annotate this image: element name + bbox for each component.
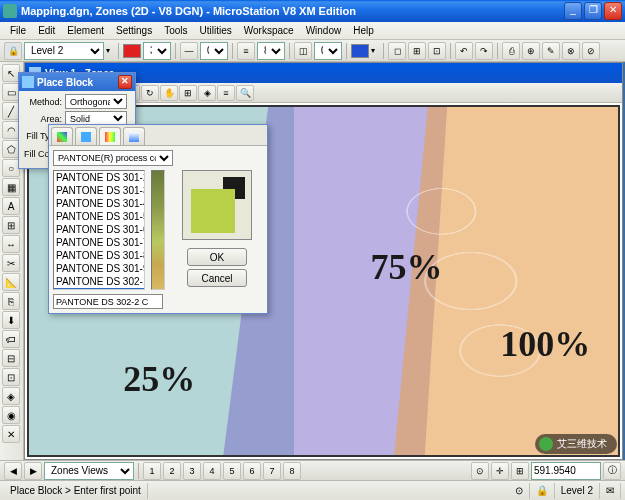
lock-button[interactable]: 🔒 bbox=[530, 483, 555, 499]
tool-icon[interactable]: ◈ bbox=[2, 387, 20, 405]
measure-icon[interactable]: 📐 bbox=[2, 273, 20, 291]
view-tool-icon[interactable]: 🔍 bbox=[236, 85, 254, 101]
view-num-button[interactable]: 4 bbox=[203, 462, 221, 480]
info-icon[interactable]: ⓘ bbox=[603, 462, 621, 480]
view-tool-icon[interactable]: ⊞ bbox=[179, 85, 197, 101]
color-swatch-b[interactable] bbox=[351, 44, 369, 58]
message-icon[interactable]: ✉ bbox=[600, 483, 621, 499]
tool-icon[interactable]: ⊗ bbox=[562, 42, 580, 60]
view-next-icon[interactable]: ▶ bbox=[24, 462, 42, 480]
cell-icon[interactable]: ⊞ bbox=[2, 216, 20, 234]
coord-readout[interactable] bbox=[531, 462, 601, 480]
transparency-icon[interactable]: ◫ bbox=[294, 42, 312, 60]
dialog-titlebar[interactable]: Place Block ✕ bbox=[19, 73, 135, 91]
color-list-item[interactable]: PANTONE DS 301-5 C bbox=[54, 210, 144, 223]
color-list-item[interactable]: PANTONE DS 301-4 C bbox=[54, 197, 144, 210]
num-select-1[interactable]: 3 bbox=[143, 42, 171, 60]
status-bar: Place Block > Enter first point ⊙ 🔒 Leve… bbox=[0, 480, 625, 500]
view-num-button[interactable]: 8 bbox=[283, 462, 301, 480]
view-prev-icon[interactable]: ◀ bbox=[4, 462, 22, 480]
color-list-item[interactable]: PANTONE DS 302-2 C bbox=[54, 288, 144, 290]
modify-icon[interactable]: ✂ bbox=[2, 254, 20, 272]
dialog-close-button[interactable]: ✕ bbox=[118, 75, 132, 89]
linestyle-icon[interactable]: — bbox=[180, 42, 198, 60]
close-button[interactable]: ✕ bbox=[604, 2, 622, 20]
color-preview bbox=[182, 170, 252, 240]
snap-icon[interactable]: ⊙ bbox=[471, 462, 489, 480]
color-list[interactable]: PANTONE DS 301-2 CPANTONE DS 301-3 CPANT… bbox=[53, 170, 145, 290]
color-tab-book[interactable] bbox=[99, 127, 121, 145]
tool-icon[interactable]: ✎ bbox=[542, 42, 560, 60]
menu-help[interactable]: Help bbox=[347, 23, 380, 38]
num-select-4[interactable]: 0 bbox=[314, 42, 342, 60]
color-list-item[interactable]: PANTONE DS 302-1 C bbox=[54, 275, 144, 288]
color-list-item[interactable]: PANTONE DS 301-9 C bbox=[54, 262, 144, 275]
drop-icon[interactable]: ⬇ bbox=[2, 311, 20, 329]
menu-workspace[interactable]: Workspace bbox=[238, 23, 300, 38]
menu-element[interactable]: Element bbox=[61, 23, 110, 38]
tool-icon[interactable]: ◉ bbox=[2, 406, 20, 424]
view-num-button[interactable]: 5 bbox=[223, 462, 241, 480]
ok-button[interactable]: OK bbox=[187, 248, 247, 266]
dimension-icon[interactable]: ↔ bbox=[2, 235, 20, 253]
method-select[interactable]: Orthogonal bbox=[65, 94, 127, 109]
snap-button[interactable]: ⊙ bbox=[509, 483, 530, 499]
view-tool-icon[interactable]: ◈ bbox=[198, 85, 216, 101]
color-list-item[interactable]: PANTONE DS 301-3 C bbox=[54, 184, 144, 197]
minimize-button[interactable]: _ bbox=[564, 2, 582, 20]
color-book-select[interactable]: PANTONE(R) process coated bbox=[53, 150, 173, 166]
gradient-column[interactable] bbox=[151, 170, 165, 290]
view-tool-icon[interactable]: ✋ bbox=[160, 85, 178, 101]
tool-icon[interactable]: ◻ bbox=[388, 42, 406, 60]
dropdown-icon[interactable]: ▾ bbox=[106, 46, 114, 55]
menu-file[interactable]: File bbox=[4, 23, 32, 38]
text-icon[interactable]: A bbox=[2, 197, 20, 215]
view-num-button[interactable]: 6 bbox=[243, 462, 261, 480]
view-num-button[interactable]: 3 bbox=[183, 462, 201, 480]
group-icon[interactable]: ⊟ bbox=[2, 349, 20, 367]
tool-icon[interactable]: ⊕ bbox=[522, 42, 540, 60]
num-select-3[interactable]: 8 bbox=[257, 42, 285, 60]
tool-icon[interactable]: ⊡ bbox=[428, 42, 446, 60]
copy-icon[interactable]: ⎘ bbox=[2, 292, 20, 310]
color-tab-indexed[interactable] bbox=[51, 127, 73, 145]
pattern-icon[interactable]: ▦ bbox=[2, 178, 20, 196]
grid-icon[interactable]: ⊞ bbox=[511, 462, 529, 480]
tool-icon[interactable]: ↶ bbox=[455, 42, 473, 60]
dropdown-icon[interactable]: ▾ bbox=[371, 46, 379, 55]
menu-window[interactable]: Window bbox=[300, 23, 348, 38]
num-select-2[interactable]: 0 bbox=[200, 42, 228, 60]
menu-tools[interactable]: Tools bbox=[158, 23, 193, 38]
tool-icon[interactable]: ↷ bbox=[475, 42, 493, 60]
tool-icon[interactable]: ⎙ bbox=[502, 42, 520, 60]
tool-icon[interactable]: ⊘ bbox=[582, 42, 600, 60]
lineweight-icon[interactable]: ≡ bbox=[237, 42, 255, 60]
level-select[interactable]: Level 2 bbox=[24, 42, 104, 60]
color-list-item[interactable]: PANTONE DS 301-6 C bbox=[54, 223, 144, 236]
view-tool-icon[interactable]: ≡ bbox=[217, 85, 235, 101]
maximize-button[interactable]: ❐ bbox=[584, 2, 602, 20]
view-groups-bar: ◀ ▶ Zones Views 1 2 3 4 5 6 7 8 ⊙ ✛ ⊞ ⓘ bbox=[0, 460, 625, 480]
color-list-item[interactable]: PANTONE DS 301-7 C bbox=[54, 236, 144, 249]
tag-icon[interactable]: 🏷 bbox=[2, 330, 20, 348]
view-group-select[interactable]: Zones Views bbox=[44, 462, 134, 480]
view-num-button[interactable]: 7 bbox=[263, 462, 281, 480]
view-tool-icon[interactable]: ↻ bbox=[141, 85, 159, 101]
menu-edit[interactable]: Edit bbox=[32, 23, 61, 38]
color-swatch-main[interactable] bbox=[123, 44, 141, 58]
color-name-field[interactable] bbox=[53, 294, 163, 309]
view-num-button[interactable]: 2 bbox=[163, 462, 181, 480]
color-tab-gradient[interactable] bbox=[123, 127, 145, 145]
menu-utilities[interactable]: Utilities bbox=[194, 23, 238, 38]
delete-icon[interactable]: ✕ bbox=[2, 425, 20, 443]
color-tab-true[interactable] bbox=[75, 127, 97, 145]
menu-settings[interactable]: Settings bbox=[110, 23, 158, 38]
lock-icon[interactable]: 🔒 bbox=[4, 42, 22, 60]
tool-icon[interactable]: ⊞ bbox=[408, 42, 426, 60]
cancel-button[interactable]: Cancel bbox=[187, 269, 247, 287]
view-num-button[interactable]: 1 bbox=[143, 462, 161, 480]
color-list-item[interactable]: PANTONE DS 301-2 C bbox=[54, 171, 144, 184]
tool-icon[interactable]: ⊡ bbox=[2, 368, 20, 386]
color-list-item[interactable]: PANTONE DS 301-8 C bbox=[54, 249, 144, 262]
acs-icon[interactable]: ✛ bbox=[491, 462, 509, 480]
